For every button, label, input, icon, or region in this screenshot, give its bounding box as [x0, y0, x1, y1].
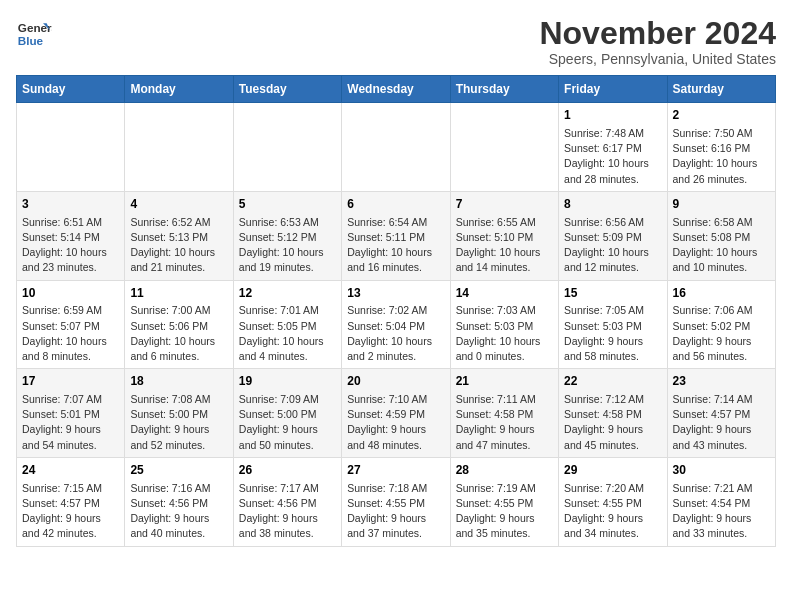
week-row-5: 24Sunrise: 7:15 AMSunset: 4:57 PMDayligh…	[17, 457, 776, 546]
day-number: 3	[22, 196, 119, 213]
day-cell: 12Sunrise: 7:01 AMSunset: 5:05 PMDayligh…	[233, 280, 341, 369]
day-number: 26	[239, 462, 336, 479]
day-cell: 17Sunrise: 7:07 AMSunset: 5:01 PMDayligh…	[17, 369, 125, 458]
day-detail: Sunrise: 6:52 AMSunset: 5:13 PMDaylight:…	[130, 215, 227, 276]
svg-text:General: General	[18, 21, 52, 34]
day-cell: 28Sunrise: 7:19 AMSunset: 4:55 PMDayligh…	[450, 457, 558, 546]
week-row-4: 17Sunrise: 7:07 AMSunset: 5:01 PMDayligh…	[17, 369, 776, 458]
day-cell: 2Sunrise: 7:50 AMSunset: 6:16 PMDaylight…	[667, 103, 775, 192]
day-cell: 6Sunrise: 6:54 AMSunset: 5:11 PMDaylight…	[342, 191, 450, 280]
day-cell: 22Sunrise: 7:12 AMSunset: 4:58 PMDayligh…	[559, 369, 667, 458]
day-number: 16	[673, 285, 770, 302]
calendar-table: SundayMondayTuesdayWednesdayThursdayFrid…	[16, 75, 776, 546]
day-cell: 21Sunrise: 7:11 AMSunset: 4:58 PMDayligh…	[450, 369, 558, 458]
day-cell: 26Sunrise: 7:17 AMSunset: 4:56 PMDayligh…	[233, 457, 341, 546]
week-row-1: 1Sunrise: 7:48 AMSunset: 6:17 PMDaylight…	[17, 103, 776, 192]
day-cell: 4Sunrise: 6:52 AMSunset: 5:13 PMDaylight…	[125, 191, 233, 280]
day-cell: 19Sunrise: 7:09 AMSunset: 5:00 PMDayligh…	[233, 369, 341, 458]
day-number: 6	[347, 196, 444, 213]
day-cell: 29Sunrise: 7:20 AMSunset: 4:55 PMDayligh…	[559, 457, 667, 546]
day-cell: 23Sunrise: 7:14 AMSunset: 4:57 PMDayligh…	[667, 369, 775, 458]
day-detail: Sunrise: 7:20 AMSunset: 4:55 PMDaylight:…	[564, 481, 661, 542]
day-cell: 25Sunrise: 7:16 AMSunset: 4:56 PMDayligh…	[125, 457, 233, 546]
col-header-wednesday: Wednesday	[342, 76, 450, 103]
day-cell: 1Sunrise: 7:48 AMSunset: 6:17 PMDaylight…	[559, 103, 667, 192]
day-number: 13	[347, 285, 444, 302]
day-detail: Sunrise: 6:55 AMSunset: 5:10 PMDaylight:…	[456, 215, 553, 276]
day-cell: 3Sunrise: 6:51 AMSunset: 5:14 PMDaylight…	[17, 191, 125, 280]
day-cell: 14Sunrise: 7:03 AMSunset: 5:03 PMDayligh…	[450, 280, 558, 369]
day-number: 12	[239, 285, 336, 302]
day-number: 4	[130, 196, 227, 213]
col-header-thursday: Thursday	[450, 76, 558, 103]
day-detail: Sunrise: 7:18 AMSunset: 4:55 PMDaylight:…	[347, 481, 444, 542]
day-detail: Sunrise: 7:11 AMSunset: 4:58 PMDaylight:…	[456, 392, 553, 453]
day-detail: Sunrise: 7:21 AMSunset: 4:54 PMDaylight:…	[673, 481, 770, 542]
day-detail: Sunrise: 7:02 AMSunset: 5:04 PMDaylight:…	[347, 303, 444, 364]
day-number: 10	[22, 285, 119, 302]
day-detail: Sunrise: 7:19 AMSunset: 4:55 PMDaylight:…	[456, 481, 553, 542]
day-cell: 10Sunrise: 6:59 AMSunset: 5:07 PMDayligh…	[17, 280, 125, 369]
day-number: 14	[456, 285, 553, 302]
day-cell: 15Sunrise: 7:05 AMSunset: 5:03 PMDayligh…	[559, 280, 667, 369]
day-number: 17	[22, 373, 119, 390]
day-cell: 20Sunrise: 7:10 AMSunset: 4:59 PMDayligh…	[342, 369, 450, 458]
day-number: 5	[239, 196, 336, 213]
day-detail: Sunrise: 7:16 AMSunset: 4:56 PMDaylight:…	[130, 481, 227, 542]
day-number: 29	[564, 462, 661, 479]
day-detail: Sunrise: 7:48 AMSunset: 6:17 PMDaylight:…	[564, 126, 661, 187]
day-detail: Sunrise: 7:05 AMSunset: 5:03 PMDaylight:…	[564, 303, 661, 364]
day-detail: Sunrise: 7:01 AMSunset: 5:05 PMDaylight:…	[239, 303, 336, 364]
header-row: SundayMondayTuesdayWednesdayThursdayFrid…	[17, 76, 776, 103]
col-header-friday: Friday	[559, 76, 667, 103]
day-detail: Sunrise: 7:12 AMSunset: 4:58 PMDaylight:…	[564, 392, 661, 453]
week-row-2: 3Sunrise: 6:51 AMSunset: 5:14 PMDaylight…	[17, 191, 776, 280]
day-detail: Sunrise: 7:50 AMSunset: 6:16 PMDaylight:…	[673, 126, 770, 187]
day-number: 18	[130, 373, 227, 390]
svg-text:Blue: Blue	[18, 34, 44, 47]
day-cell: 18Sunrise: 7:08 AMSunset: 5:00 PMDayligh…	[125, 369, 233, 458]
day-cell: 9Sunrise: 6:58 AMSunset: 5:08 PMDaylight…	[667, 191, 775, 280]
day-number: 1	[564, 107, 661, 124]
day-number: 25	[130, 462, 227, 479]
day-number: 11	[130, 285, 227, 302]
col-header-monday: Monday	[125, 76, 233, 103]
day-cell: 7Sunrise: 6:55 AMSunset: 5:10 PMDaylight…	[450, 191, 558, 280]
col-header-saturday: Saturday	[667, 76, 775, 103]
day-detail: Sunrise: 7:17 AMSunset: 4:56 PMDaylight:…	[239, 481, 336, 542]
day-cell: 5Sunrise: 6:53 AMSunset: 5:12 PMDaylight…	[233, 191, 341, 280]
day-number: 30	[673, 462, 770, 479]
week-row-3: 10Sunrise: 6:59 AMSunset: 5:07 PMDayligh…	[17, 280, 776, 369]
day-cell: 11Sunrise: 7:00 AMSunset: 5:06 PMDayligh…	[125, 280, 233, 369]
location: Speers, Pennsylvania, United States	[539, 51, 776, 67]
day-cell: 13Sunrise: 7:02 AMSunset: 5:04 PMDayligh…	[342, 280, 450, 369]
day-detail: Sunrise: 6:53 AMSunset: 5:12 PMDaylight:…	[239, 215, 336, 276]
day-detail: Sunrise: 7:06 AMSunset: 5:02 PMDaylight:…	[673, 303, 770, 364]
day-detail: Sunrise: 7:10 AMSunset: 4:59 PMDaylight:…	[347, 392, 444, 453]
day-detail: Sunrise: 7:00 AMSunset: 5:06 PMDaylight:…	[130, 303, 227, 364]
day-detail: Sunrise: 7:03 AMSunset: 5:03 PMDaylight:…	[456, 303, 553, 364]
day-detail: Sunrise: 7:07 AMSunset: 5:01 PMDaylight:…	[22, 392, 119, 453]
day-number: 20	[347, 373, 444, 390]
day-cell	[233, 103, 341, 192]
day-number: 7	[456, 196, 553, 213]
day-cell: 30Sunrise: 7:21 AMSunset: 4:54 PMDayligh…	[667, 457, 775, 546]
day-number: 19	[239, 373, 336, 390]
day-detail: Sunrise: 7:15 AMSunset: 4:57 PMDaylight:…	[22, 481, 119, 542]
logo: General Blue	[16, 16, 52, 52]
day-detail: Sunrise: 6:54 AMSunset: 5:11 PMDaylight:…	[347, 215, 444, 276]
day-cell	[125, 103, 233, 192]
day-number: 9	[673, 196, 770, 213]
day-detail: Sunrise: 7:08 AMSunset: 5:00 PMDaylight:…	[130, 392, 227, 453]
day-number: 21	[456, 373, 553, 390]
day-detail: Sunrise: 6:56 AMSunset: 5:09 PMDaylight:…	[564, 215, 661, 276]
day-cell: 16Sunrise: 7:06 AMSunset: 5:02 PMDayligh…	[667, 280, 775, 369]
col-header-tuesday: Tuesday	[233, 76, 341, 103]
month-title: November 2024	[539, 16, 776, 51]
day-number: 27	[347, 462, 444, 479]
day-number: 24	[22, 462, 119, 479]
header: General Blue November 2024 Speers, Penns…	[16, 16, 776, 67]
day-number: 28	[456, 462, 553, 479]
day-number: 2	[673, 107, 770, 124]
day-cell	[342, 103, 450, 192]
